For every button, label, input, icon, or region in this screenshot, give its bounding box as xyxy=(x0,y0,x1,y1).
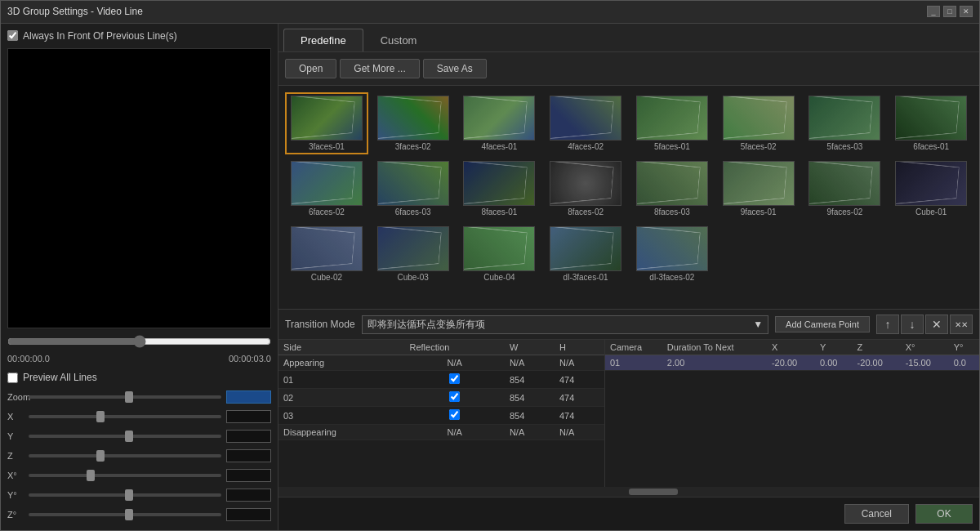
zoom-value[interactable]: 1.000 xyxy=(226,390,271,404)
cell-camera: 01 xyxy=(605,355,662,371)
ydeg-value[interactable]: 0.00 xyxy=(226,489,271,502)
zdeg-value[interactable]: 0.00 xyxy=(226,508,271,521)
thumbnail-shape xyxy=(808,161,873,204)
thumbnail-shape xyxy=(550,161,614,204)
reflection-checkbox[interactable] xyxy=(449,373,460,384)
cell-reflection xyxy=(404,407,504,425)
thumbnail-item[interactable]: Cube-03 xyxy=(372,223,455,285)
thumbnails-area: 3faces-01 3faces-02 4faces-01 4faces-02 … xyxy=(278,86,979,309)
thumbnail-item[interactable]: Cube-01 xyxy=(889,158,973,220)
preview-all-lines-checkbox[interactable] xyxy=(7,373,18,383)
always-in-front-checkbox[interactable] xyxy=(7,30,18,41)
thumbnail-item[interactable]: 6faces-03 xyxy=(372,158,455,220)
thumbnail-item[interactable]: 6faces-02 xyxy=(285,158,368,220)
reflection-checkbox[interactable] xyxy=(449,409,460,420)
window-title: 3D Group Settings - Video Line xyxy=(7,6,143,17)
reflection-na: N/A xyxy=(448,427,462,437)
thumbnail-item[interactable]: 8faces-03 xyxy=(630,158,714,220)
move-up-button[interactable]: ↑ xyxy=(876,315,899,334)
thumbnail-item[interactable]: 5faces-01 xyxy=(630,92,714,154)
delete-all-button[interactable]: ✕✕ xyxy=(950,315,973,334)
thumbnail-label: 6faces-01 xyxy=(913,142,949,151)
thumbnail-item[interactable]: 5faces-03 xyxy=(804,92,887,154)
get-more-button[interactable]: Get More ... xyxy=(340,59,419,78)
right-panel: Predefine Custom Open Get More ... Save … xyxy=(278,24,979,530)
y-thumb[interactable] xyxy=(125,431,133,442)
delete-button[interactable]: ✕ xyxy=(925,315,948,334)
tab-predefine[interactable]: Predefine xyxy=(283,29,363,51)
zdeg-thumb[interactable] xyxy=(125,509,133,520)
cell-h: N/A xyxy=(555,355,604,371)
cell-ydeg: 0.0 xyxy=(949,355,979,371)
x-thumb[interactable] xyxy=(96,411,105,422)
ok-button[interactable]: OK xyxy=(915,504,973,524)
open-button[interactable]: Open xyxy=(285,59,336,78)
cell-w: 854 xyxy=(505,389,555,407)
thumbnail-item[interactable]: 9faces-01 xyxy=(717,158,800,220)
zoom-thumb[interactable] xyxy=(125,391,133,403)
thumbnail-item[interactable]: 9faces-02 xyxy=(804,158,887,220)
y-value[interactable]: 0.00 xyxy=(226,430,271,443)
save-as-button[interactable]: Save As xyxy=(423,59,487,78)
z-value[interactable]: -20.00 xyxy=(226,449,271,462)
cell-h: 474 xyxy=(555,371,604,389)
reflection-checkbox[interactable] xyxy=(449,391,460,402)
table-row[interactable]: 02 854 474 xyxy=(278,389,604,407)
minimize-button[interactable]: _ xyxy=(927,6,940,17)
thumbnail-shape xyxy=(895,96,960,139)
thumbnail-shape xyxy=(636,96,701,139)
time-start: 00:00:00.0 xyxy=(7,354,50,364)
thumbnail-image xyxy=(808,96,880,141)
xdeg-value[interactable]: -15.00 xyxy=(226,469,271,482)
always-in-front-row: Always In Front Of Previous Line(s) xyxy=(7,30,271,42)
horizontal-scrollbar[interactable] xyxy=(278,487,979,497)
thumbnail-label: Cube-03 xyxy=(397,273,428,282)
thumbnail-item[interactable]: 4faces-01 xyxy=(458,92,541,154)
tab-custom[interactable]: Custom xyxy=(363,29,434,51)
cell-side: 02 xyxy=(278,389,404,407)
cell-h: 474 xyxy=(555,389,604,407)
table-row[interactable]: Appearing N/A N/A N/A xyxy=(278,355,604,371)
thumbnail-item[interactable]: 8faces-01 xyxy=(458,158,541,220)
table-row[interactable]: 03 854 474 xyxy=(278,407,604,425)
xdeg-track xyxy=(29,474,221,477)
thumbnail-item[interactable]: 6faces-01 xyxy=(889,92,973,154)
thumbnail-item[interactable]: 3faces-02 xyxy=(372,92,455,154)
thumbnail-label: 5faces-01 xyxy=(654,142,690,151)
cell-xdeg: -15.00 xyxy=(901,355,949,371)
thumbnail-item[interactable]: 4faces-02 xyxy=(544,92,627,154)
restore-button[interactable]: □ xyxy=(943,6,956,17)
left-panel: Always In Front Of Previous Line(s) 00:0… xyxy=(1,24,278,530)
close-button[interactable]: ✕ xyxy=(960,6,973,17)
add-camera-button[interactable]: Add Camera Point xyxy=(775,316,870,332)
move-down-button[interactable]: ↓ xyxy=(901,315,924,334)
z-row: Z -20.00 xyxy=(7,447,271,465)
cell-w: N/A xyxy=(505,425,555,440)
thumbnail-item[interactable]: dl-3faces-02 xyxy=(630,223,714,285)
thumbnail-item[interactable]: 3faces-01 xyxy=(285,92,368,154)
thumbnail-label: 3faces-01 xyxy=(309,142,345,151)
thumbnail-image xyxy=(550,96,621,141)
cell-side: Appearing xyxy=(278,355,404,371)
progress-slider[interactable] xyxy=(7,335,271,348)
table-row[interactable]: 01 854 474 xyxy=(278,371,604,389)
x-value[interactable]: -20.00 xyxy=(226,410,271,423)
thumbnail-label: 8faces-03 xyxy=(654,207,690,216)
thumbnail-item[interactable]: Cube-02 xyxy=(285,223,368,285)
z-track xyxy=(29,454,221,457)
thumbnail-item[interactable]: 8faces-02 xyxy=(544,158,627,220)
z-thumb[interactable] xyxy=(96,450,105,462)
thumbnail-shape xyxy=(463,96,528,139)
thumbnail-item[interactable]: 5faces-02 xyxy=(717,92,800,154)
xdeg-thumb[interactable] xyxy=(87,470,95,481)
thumbnail-item[interactable]: Cube-04 xyxy=(458,223,541,285)
preview-all-lines-label: Preview All Lines xyxy=(23,372,97,383)
x-label: X xyxy=(7,412,24,422)
ydeg-thumb[interactable] xyxy=(125,489,133,501)
col-ydeg: Y° xyxy=(949,340,979,355)
transition-mode-value[interactable]: 即将到达循环点变换所有项 ▼ xyxy=(362,315,769,334)
cancel-button[interactable]: Cancel xyxy=(844,504,909,524)
table-row[interactable]: Disappearing N/A N/A N/A xyxy=(278,425,604,440)
thumbnail-item[interactable]: dl-3faces-01 xyxy=(544,223,627,285)
table-row[interactable]: 01 2.00 -20.00 0.00 -20.00 -15.00 0.0 xyxy=(605,355,979,371)
